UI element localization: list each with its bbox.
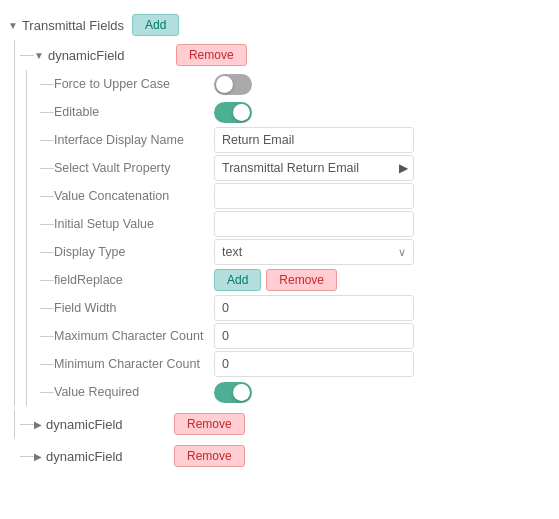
max-char-count-input[interactable] — [214, 323, 414, 349]
dynamic-field-2-remove-button[interactable]: Remove — [174, 413, 245, 435]
dynamic-field-1-remove-button[interactable]: Remove — [176, 44, 247, 66]
field-width-input[interactable] — [214, 295, 414, 321]
dynamic-field-2-label: dynamicField — [46, 417, 166, 432]
force-upper-case-label: Force to Upper Case — [54, 77, 214, 91]
force-upper-case-row: Force to Upper Case — [40, 70, 559, 98]
editable-label: Editable — [54, 105, 214, 119]
min-char-count-input[interactable] — [214, 351, 414, 377]
value-required-label: Value Required — [54, 385, 214, 399]
transmittal-fields-row: ▼ Transmittal Fields Add — [0, 10, 559, 40]
max-char-count-row: Maximum Character Count — [40, 322, 559, 350]
dynamic-field-3-label: dynamicField — [46, 449, 166, 464]
value-concatenation-row: Value Concatenation — [40, 182, 559, 210]
vault-prop-wrapper: ▶ — [214, 155, 414, 181]
value-required-row: Value Required — [40, 378, 559, 406]
display-type-row: Display Type text textarea dropdown chec… — [40, 238, 559, 266]
field-width-label: Field Width — [54, 301, 214, 315]
field-width-row: Field Width — [40, 294, 559, 322]
dynamic-field-1-fields: Force to Upper Case Editable — [20, 70, 559, 406]
interface-display-name-input[interactable] — [214, 127, 414, 153]
value-concatenation-input[interactable] — [214, 183, 414, 209]
select-vault-property-label: Select Vault Property — [54, 161, 214, 175]
value-required-toggle[interactable] — [214, 382, 252, 403]
dynamic-field-1-label: dynamicField — [48, 48, 168, 63]
initial-setup-value-row: Initial Setup Value — [40, 210, 559, 238]
interface-display-name-label: Interface Display Name — [54, 133, 214, 147]
initial-setup-value-input[interactable] — [214, 211, 414, 237]
interface-display-name-row: Interface Display Name — [40, 126, 559, 154]
value-concatenation-label: Value Concatenation — [54, 189, 214, 203]
max-char-count-label: Maximum Character Count — [54, 329, 214, 343]
field-replace-buttons: Add Remove — [214, 269, 337, 291]
display-type-select[interactable]: text textarea dropdown checkbox — [214, 239, 414, 265]
dynamic-field-2-chevron: ▶ — [34, 419, 42, 430]
editable-toggle[interactable] — [214, 102, 252, 123]
dynamic-field-1: ▼ dynamicField Remove Force to Upper Cas… — [0, 40, 559, 406]
transmittal-add-button[interactable]: Add — [132, 14, 179, 36]
editable-row: Editable — [40, 98, 559, 126]
transmittal-fields-section: ▼ Transmittal Fields Add ▼ dynamicField … — [0, 10, 559, 470]
dynamic-field-3-remove-button[interactable]: Remove — [174, 445, 245, 467]
field-replace-remove-button[interactable]: Remove — [266, 269, 337, 291]
dynamic-field-3-chevron: ▶ — [34, 451, 42, 462]
select-vault-property-row: Select Vault Property ▶ — [40, 154, 559, 182]
transmittal-chevron: ▼ — [8, 20, 18, 31]
display-type-select-wrapper: text textarea dropdown checkbox ∨ — [214, 239, 414, 265]
select-vault-property-input[interactable] — [214, 155, 414, 181]
min-char-count-label: Minimum Character Count — [54, 357, 214, 371]
field-replace-row: fieldReplace Add Remove — [40, 266, 559, 294]
field-replace-label: fieldReplace — [54, 273, 214, 287]
field-replace-add-button[interactable]: Add — [214, 269, 261, 291]
initial-setup-value-label: Initial Setup Value — [54, 217, 214, 231]
dynamic-field-1-header: ▼ dynamicField Remove — [20, 40, 559, 70]
dynamic-field-3: ▶ dynamicField Remove — [0, 438, 559, 470]
dynamic-field-2: ▶ dynamicField Remove — [0, 406, 559, 438]
min-char-count-row: Minimum Character Count — [40, 350, 559, 378]
dynamic-field-1-chevron: ▼ — [34, 50, 44, 61]
transmittal-fields-label: Transmittal Fields — [22, 18, 124, 33]
display-type-label: Display Type — [54, 245, 214, 259]
force-upper-case-toggle[interactable] — [214, 74, 252, 95]
